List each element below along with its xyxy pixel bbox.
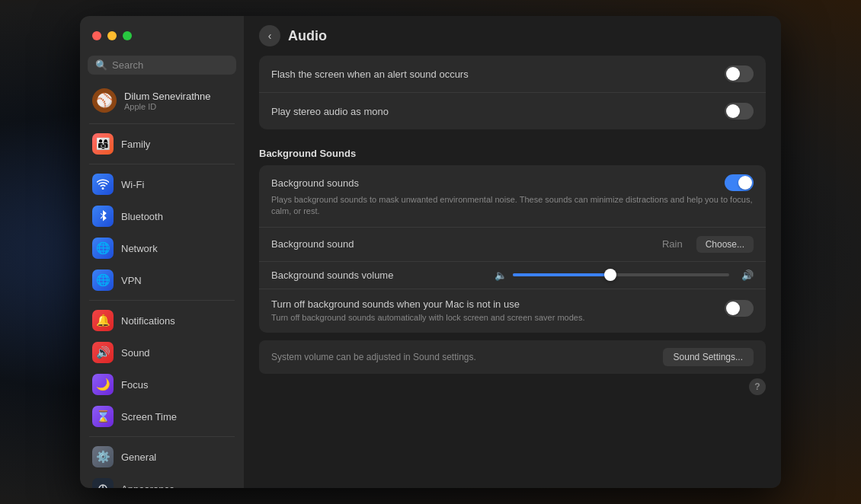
vpn-icon: 🌐 — [92, 270, 114, 291]
bg-sounds-header-top: Background sounds — [271, 174, 754, 191]
search-input[interactable] — [112, 59, 229, 71]
bg-sound-label: Background sound — [271, 238, 655, 250]
family-icon: 👨‍👩‍👧 — [92, 133, 114, 155]
sidebar-item-bluetooth[interactable]: Bluetooth — [86, 201, 238, 231]
toggle-knob — [726, 67, 740, 81]
screentime-icon: ⌛ — [92, 406, 114, 427]
close-button[interactable] — [92, 31, 101, 40]
volume-slider-container — [513, 273, 730, 276]
sidebar-item-appearance[interactable]: Appearance — [86, 474, 238, 488]
sidebar-label-general: General — [121, 451, 156, 463]
mono-audio-label: Play stereo audio as mono — [271, 106, 725, 117]
sound-settings-button[interactable]: Sound Settings... — [663, 348, 754, 366]
bg-sounds-card: Background sounds Plays background sound… — [259, 165, 766, 333]
system-preferences-window: 🔍 ⚾ Dilum Senevirathne Apple ID 👨‍👩‍👧 Fa… — [80, 16, 781, 488]
main-body: Flash the screen when an alert sound occ… — [244, 56, 781, 488]
sidebar-label-network: Network — [121, 243, 158, 254]
toggle-knob-3 — [738, 176, 752, 190]
choose-button[interactable]: Choose... — [696, 236, 754, 253]
page-title: Audio — [288, 28, 327, 44]
flash-screen-toggle[interactable] — [725, 65, 754, 82]
sidebar-label-screentime: Screen Time — [121, 411, 177, 423]
profile-item[interactable]: ⚾ Dilum Senevirathne Apple ID — [86, 82, 238, 119]
sidebar-label-notifications: Notifications — [121, 315, 175, 327]
sidebar-label-family: Family — [121, 139, 150, 150]
bg-sounds-desc: Plays background sounds to mask unwanted… — [271, 194, 754, 218]
search-box[interactable]: 🔍 — [88, 56, 236, 75]
sidebar-label-focus: Focus — [121, 379, 148, 391]
toggle-knob-4 — [726, 301, 740, 315]
turn-off-title: Turn off background sounds when your Mac… — [271, 298, 717, 310]
volume-slider-fill — [513, 273, 610, 276]
bluetooth-icon — [92, 206, 114, 227]
profile-subtitle: Apple ID — [124, 102, 210, 111]
sidebar-label-bluetooth: Bluetooth — [121, 211, 163, 222]
help-row: ? — [259, 374, 766, 400]
bg-sound-value: Rain — [662, 238, 683, 250]
bg-sounds-title: Background sounds — [271, 177, 725, 189]
general-icon: ⚙️ — [92, 446, 114, 467]
sidebar-item-sound[interactable]: 🔊 Sound — [86, 337, 238, 368]
volume-label: Background sounds volume — [271, 270, 488, 281]
sidebar-label-appearance: Appearance — [121, 483, 174, 489]
sidebar-label-sound: Sound — [121, 347, 150, 359]
profile-text: Dilum Senevirathne Apple ID — [124, 91, 210, 111]
sidebar-item-network[interactable]: 🌐 Network — [86, 233, 238, 263]
turn-off-row: Turn off background sounds when your Mac… — [259, 289, 766, 333]
profile-name: Dilum Senevirathne — [124, 91, 210, 102]
sidebar-item-screentime[interactable]: ⌛ Screen Time — [86, 401, 238, 432]
turn-off-desc: Turn off background sounds automatically… — [271, 312, 717, 324]
bg-sounds-toggle[interactable] — [725, 174, 754, 191]
sidebar-item-focus[interactable]: 🌙 Focus — [86, 369, 238, 400]
toggle-knob-2 — [726, 104, 740, 118]
sidebar-content: ⚾ Dilum Senevirathne Apple ID 👨‍👩‍👧 Fami… — [80, 82, 244, 488]
turn-off-toggle[interactable] — [725, 300, 754, 317]
sidebar-label-wifi: Wi-Fi — [121, 179, 144, 190]
flash-screen-row: Flash the screen when an alert sound occ… — [259, 56, 766, 93]
minimize-button[interactable] — [107, 31, 117, 40]
help-button[interactable]: ? — [749, 378, 766, 395]
search-icon: 🔍 — [95, 59, 107, 71]
sidebar-divider-4 — [89, 436, 235, 437]
volume-row: Background sounds volume 🔈 🔊 — [259, 262, 766, 289]
back-icon: ‹ — [268, 30, 272, 42]
main-content: ‹ Audio Flash the screen when an alert s… — [244, 16, 781, 488]
back-button[interactable]: ‹ — [259, 25, 280, 46]
sidebar: 🔍 ⚾ Dilum Senevirathne Apple ID 👨‍👩‍👧 Fa… — [80, 16, 244, 488]
bottom-text: System volume can be adjusted in Sound s… — [271, 352, 663, 362]
wifi-icon — [92, 174, 114, 195]
sidebar-item-family[interactable]: 👨‍👩‍👧 Family — [86, 129, 238, 159]
notifications-icon: 🔔 — [92, 310, 114, 331]
avatar: ⚾ — [92, 88, 117, 113]
bottom-bar: System volume can be adjusted in Sound s… — [259, 340, 766, 374]
maximize-button[interactable] — [123, 31, 132, 40]
sound-icon: 🔊 — [92, 342, 114, 363]
top-settings-card: Flash the screen when an alert sound occ… — [259, 56, 766, 129]
titlebar — [80, 16, 244, 56]
mono-audio-row: Play stereo audio as mono — [259, 93, 766, 129]
volume-slider-track[interactable] — [513, 273, 730, 276]
mono-audio-toggle[interactable] — [725, 103, 754, 120]
main-header: ‹ Audio — [244, 16, 781, 56]
bg-sounds-section-label: Background Sounds — [259, 137, 766, 165]
sidebar-item-general[interactable]: ⚙️ General — [86, 442, 238, 472]
sidebar-item-vpn[interactable]: 🌐 VPN — [86, 265, 238, 295]
sidebar-divider-2 — [89, 164, 235, 164]
focus-icon: 🌙 — [92, 374, 114, 395]
flash-screen-label: Flash the screen when an alert sound occ… — [271, 69, 725, 80]
sidebar-item-notifications[interactable]: 🔔 Notifications — [86, 305, 238, 336]
turn-off-text: Turn off background sounds when your Mac… — [271, 298, 717, 324]
volume-slider-thumb[interactable] — [604, 269, 616, 281]
network-icon: 🌐 — [92, 238, 114, 259]
sidebar-item-wifi[interactable]: Wi-Fi — [86, 169, 238, 199]
bg-sound-selector-row: Background sound Rain Choose... — [259, 228, 766, 262]
volume-high-icon: 🔊 — [741, 270, 754, 281]
search-container: 🔍 — [80, 56, 244, 82]
appearance-icon — [92, 478, 114, 488]
sidebar-divider-3 — [89, 300, 235, 301]
bg-sounds-header: Background sounds Plays background sound… — [259, 165, 766, 228]
sidebar-divider-1 — [89, 123, 235, 124]
volume-low-icon: 🔈 — [495, 270, 507, 281]
sidebar-label-vpn: VPN — [121, 275, 142, 286]
